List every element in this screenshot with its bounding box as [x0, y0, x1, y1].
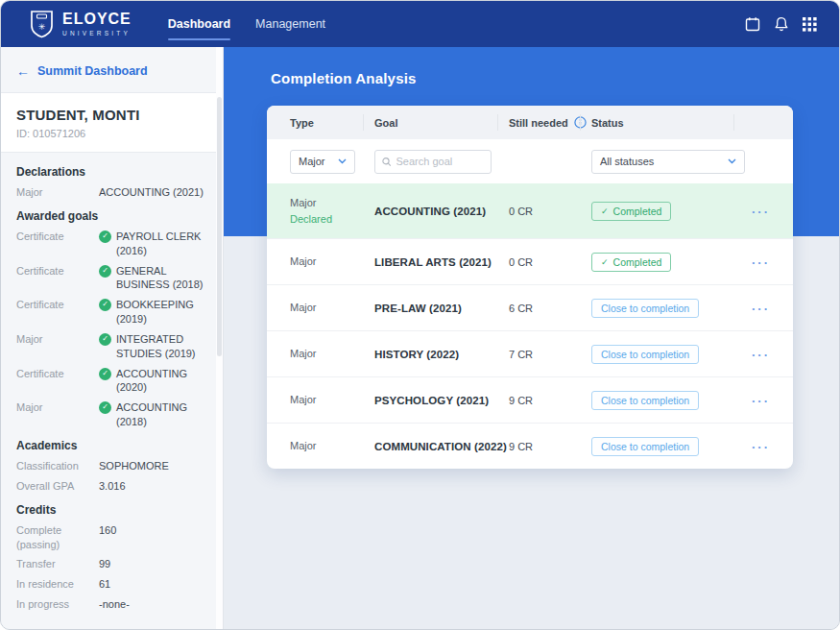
col-header-status: Status [591, 106, 745, 139]
brand-subtitle: UNIVERSITY [62, 30, 132, 36]
awarded-goal-row: Certificate ✓BOOKKEEPING (2019) [16, 298, 213, 327]
check-circle-icon: ✓ [99, 401, 111, 414]
check-circle-icon: ✓ [99, 230, 111, 243]
chevron-down-icon [728, 158, 736, 164]
check-circle-icon: ✓ [99, 333, 111, 346]
awarded-goal-row: Certificate ✓GENERAL BUSINESS (2018) [16, 264, 213, 293]
section-awarded-goals-title: Awarded goals [16, 209, 213, 223]
back-arrow-icon: ← [16, 63, 30, 79]
row-actions-menu[interactable]: ··· [752, 302, 770, 316]
credits-row: In progress -none- [16, 597, 213, 612]
row-actions-menu[interactable]: ··· [752, 205, 770, 219]
check-circle-icon: ✓ [99, 265, 111, 278]
goal-search-box [374, 150, 492, 174]
row-actions-menu[interactable]: ··· [752, 394, 770, 408]
nav-item-management[interactable]: Management [255, 1, 325, 47]
academics-row: Classification SOPHOMORE [16, 459, 213, 473]
credits-row: Transfer 99 [16, 557, 213, 571]
top-navbar: ✳ ELOYCE UNIVERSITY Dashboard Management [1, 1, 839, 47]
section-academics-title: Academics [16, 439, 213, 452]
filter-row: Major All statuses [267, 139, 793, 183]
student-sidebar: ← Summit Dashboard STUDENT, MONTI ID: 01… [1, 47, 224, 629]
sidebar-scrollbar-track [216, 47, 223, 629]
row-actions-menu[interactable]: ··· [752, 440, 770, 454]
app-window: ✳ ELOYCE UNIVERSITY Dashboard Management [0, 0, 840, 630]
table-row[interactable]: Major PSYCHOLOGY (2021) 9 CR Close to co… [267, 376, 793, 423]
nav-item-dashboard[interactable]: Dashboard [168, 1, 230, 47]
table-header: Type Goal Still needed Status [267, 106, 793, 139]
bell-icon[interactable] [773, 16, 789, 33]
sidebar-scrollbar-thumb[interactable] [217, 97, 222, 356]
table-row[interactable]: Major HISTORY (2022) 7 CR Close to compl… [267, 330, 793, 376]
main-content: Completion Analysis Type Goal Still need… [224, 47, 839, 629]
awarded-goal-row: Major ✓INTEGRATED STUDIES (2019) [16, 332, 213, 361]
check-icon: ✓ [601, 206, 609, 216]
check-icon: ✓ [601, 257, 609, 267]
student-name: STUDENT, MONTI [16, 107, 207, 123]
svg-text:✳: ✳ [38, 22, 46, 32]
table-row[interactable]: Major PRE-LAW (2021) 6 CR Close to compl… [267, 284, 793, 330]
search-icon [382, 157, 392, 167]
status-badge: Close to completion [591, 437, 699, 456]
awarded-goal-row: Certificate ✓ACCOUNTING (2020) [16, 367, 213, 396]
apps-grid-icon[interactable] [802, 16, 818, 33]
section-credits-title: Credits [16, 503, 213, 517]
back-to-summit-dashboard-link[interactable]: ← Summit Dashboard [16, 63, 148, 79]
row-actions-menu[interactable]: ··· [752, 348, 770, 362]
col-header-goal: Goal [374, 106, 509, 139]
chevron-down-icon [338, 158, 347, 164]
awarded-goal-row: Major ✓ACCOUNTING (2018) [16, 400, 213, 429]
back-link-label: Summit Dashboard [37, 64, 148, 78]
table-row[interactable]: Major COMMUNICATION (2022) 9 CR Close to… [267, 423, 793, 469]
shield-logo-icon: ✳ [30, 10, 54, 38]
navbar-icons [744, 16, 818, 33]
status-badge: Close to completion [591, 345, 699, 364]
student-id: ID: 010571206 [16, 128, 207, 139]
table-row[interactable]: Major Declared ACCOUNTING (2021) 0 CR ✓C… [267, 183, 793, 238]
type-filter-dropdown[interactable]: Major [290, 150, 355, 174]
declaration-row: Major ACCOUNTING (2021) [16, 185, 213, 200]
credits-row: In residence 61 [16, 577, 213, 592]
status-badge: ✓Completed [591, 253, 671, 272]
brand-logo[interactable]: ✳ ELOYCE UNIVERSITY [30, 10, 132, 38]
student-header: STUDENT, MONTI ID: 010571206 [1, 93, 223, 153]
academics-row: Overall GPA 3.016 [16, 479, 213, 494]
table-row[interactable]: Major LIBERAL ARTS (2021) 0 CR ✓Complete… [267, 238, 793, 284]
awarded-goal-row: Certificate ✓PAYROLL CLERK (2016) [16, 230, 213, 258]
section-declarations-title: Declarations [16, 165, 213, 179]
status-badge: Close to completion [591, 391, 699, 410]
status-badge: ✓Completed [591, 202, 671, 221]
check-circle-icon: ✓ [99, 299, 111, 311]
status-filter-dropdown[interactable]: All statuses [591, 150, 745, 174]
declared-label: Declared [290, 211, 374, 228]
calendar-icon[interactable] [744, 16, 760, 33]
completion-analysis-card: Type Goal Still needed Status Major [267, 106, 793, 469]
goal-search-input[interactable] [396, 156, 485, 167]
row-actions-menu[interactable]: ··· [752, 255, 770, 270]
primary-nav: Dashboard Management [168, 1, 325, 47]
status-badge: Close to completion [591, 299, 699, 318]
brand-name: ELOYCE [62, 12, 132, 27]
credits-row: Complete (passing) 160 [16, 523, 213, 552]
page-title: Completion Analysis [271, 70, 791, 86]
check-circle-icon: ✓ [99, 368, 111, 380]
col-header-type: Type [290, 106, 374, 139]
